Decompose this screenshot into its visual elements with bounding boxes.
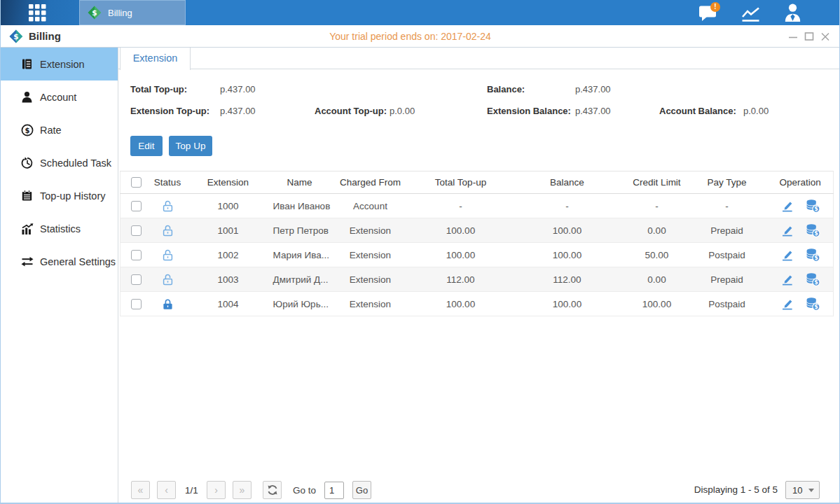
extension-row-1001: 1001Петр ПетровExtension100.00100.000.00… bbox=[121, 218, 834, 243]
pay-type-cell: Postpaid bbox=[687, 243, 768, 267]
edit-extension-icon[interactable] bbox=[780, 223, 794, 237]
sidebar-item-top-up-history[interactable]: Top-up History bbox=[1, 179, 118, 212]
user-account-icon[interactable] bbox=[784, 3, 801, 24]
displaying-info: Displaying 1 - 5 of 5 bbox=[694, 481, 778, 499]
balance-label: Balance: bbox=[487, 85, 525, 94]
sidebar-item-scheduled-task[interactable]: Scheduled Task bbox=[1, 146, 118, 179]
sidebar-item-statistics[interactable]: Statistics bbox=[1, 212, 118, 245]
topup-history-icon bbox=[20, 189, 34, 202]
row-checkbox[interactable] bbox=[131, 201, 142, 211]
sidebar-item-label: Account bbox=[40, 92, 76, 103]
taskbar: $ Billing ! bbox=[0, 0, 840, 25]
edit-button[interactable]: Edit bbox=[130, 136, 163, 156]
notifications-button[interactable]: ! bbox=[698, 4, 717, 22]
taskbar-tab-label: Billing bbox=[108, 8, 132, 18]
extension-balance-label: Extension Balance: bbox=[487, 106, 571, 116]
sidebar: ExtensionAccount$RateScheduled TaskTop-u… bbox=[1, 48, 118, 503]
charged-from-cell: Extension bbox=[326, 292, 415, 316]
charged-from-cell: Extension bbox=[326, 267, 415, 292]
taskbar-tab-billing[interactable]: $ Billing bbox=[79, 0, 186, 25]
total-top-up-cell: 100.00 bbox=[415, 243, 507, 267]
top-up-extension-icon[interactable]: $ bbox=[806, 248, 820, 262]
top-up-extension-icon[interactable]: $ bbox=[806, 297, 820, 311]
last-page-button[interactable]: » bbox=[233, 481, 252, 499]
sidebar-item-label: General Settings bbox=[40, 256, 116, 267]
balance-cell: - bbox=[507, 194, 628, 218]
total-top-up-label: Total Top-up: bbox=[130, 85, 187, 94]
next-page-button[interactable]: › bbox=[207, 481, 226, 499]
sidebar-item-rate[interactable]: $Rate bbox=[1, 113, 118, 146]
account-balance-value: p.0.00 bbox=[743, 106, 769, 116]
sidebar-item-label: Statistics bbox=[40, 223, 81, 234]
row-checkbox[interactable] bbox=[131, 299, 142, 309]
column-header-extension: Extension bbox=[184, 172, 273, 194]
page-number-input[interactable] bbox=[324, 482, 344, 499]
refresh-button[interactable] bbox=[263, 481, 282, 499]
billing-app-window: $ Billing ! $ Billing Your trial period … bbox=[0, 0, 840, 504]
sidebar-item-label: Rate bbox=[40, 125, 62, 136]
name-cell: Юрий Юрь... bbox=[273, 292, 326, 316]
sidebar-item-label: Top-up History bbox=[40, 190, 105, 202]
row-checkbox[interactable] bbox=[131, 274, 142, 285]
maximize-button[interactable] bbox=[804, 31, 814, 41]
credit-limit-cell: 50.00 bbox=[628, 243, 687, 267]
minimize-button[interactable] bbox=[788, 31, 798, 41]
extension-row-1000: 1000Иван ИвановAccount----$ bbox=[121, 194, 834, 218]
tab-extension[interactable]: Extension bbox=[120, 48, 191, 70]
extension-row-1003: 1003Дмитрий Д...Extension112.00112.000.0… bbox=[121, 267, 834, 292]
scheduled-task-icon bbox=[20, 156, 34, 169]
resource-monitor-icon[interactable] bbox=[741, 6, 761, 26]
sidebar-item-extension[interactable]: Extension bbox=[1, 48, 118, 80]
charged-from-cell: Extension bbox=[326, 218, 415, 243]
edit-extension-icon[interactable] bbox=[780, 248, 794, 262]
total-top-up-cell: 100.00 bbox=[415, 292, 507, 316]
sidebar-item-account[interactable]: Account bbox=[1, 80, 118, 113]
total-top-up-cell: 100.00 bbox=[415, 218, 507, 243]
locked-status-icon bbox=[161, 298, 174, 311]
prev-page-button[interactable]: ‹ bbox=[157, 481, 176, 499]
go-button[interactable]: Go bbox=[352, 481, 371, 499]
window-titlebar: $ Billing Your trial period ends on: 201… bbox=[1, 25, 839, 48]
billing-app-icon: $ bbox=[88, 6, 102, 20]
credit-limit-cell: 0.00 bbox=[628, 218, 687, 243]
pay-type-cell: Postpaid bbox=[687, 292, 768, 316]
unlocked-status-icon bbox=[161, 224, 174, 237]
extension-row-1004: 1004Юрий Юрь...Extension100.00100.00100.… bbox=[121, 292, 834, 316]
top-up-extension-icon[interactable]: $ bbox=[806, 223, 820, 237]
app-launcher-grid-icon[interactable] bbox=[28, 4, 46, 22]
charged-from-cell: Extension bbox=[326, 243, 415, 267]
edit-extension-icon[interactable] bbox=[780, 297, 794, 311]
extension-cell: 1001 bbox=[184, 218, 273, 243]
balance-cell: 100.00 bbox=[507, 218, 628, 243]
first-page-button[interactable]: « bbox=[131, 481, 150, 499]
sidebar-item-general-settings[interactable]: General Settings bbox=[1, 245, 118, 278]
top-up-extension-icon[interactable]: $ bbox=[806, 199, 820, 213]
row-checkbox[interactable] bbox=[131, 225, 142, 236]
pay-type-cell: Prepaid bbox=[687, 218, 768, 243]
pagination-bar: « ‹ 1/1 › » Go to Go bbox=[131, 481, 371, 499]
edit-extension-icon[interactable] bbox=[780, 199, 794, 213]
page-size-value: 10 bbox=[792, 485, 802, 496]
main-content: Extension Total Top-up: p.437.00 Balance… bbox=[118, 48, 839, 503]
unlocked-status-icon bbox=[161, 200, 174, 213]
column-header-operation: Operation bbox=[768, 172, 834, 194]
account-balance-label: Account Balance: bbox=[659, 106, 736, 116]
balance-cell: 100.00 bbox=[507, 243, 628, 267]
page-size-select[interactable]: 10 bbox=[785, 481, 820, 499]
pay-type-cell: - bbox=[687, 194, 768, 218]
extensions-table: StatusExtensionNameCharged FromTotal Top… bbox=[120, 171, 834, 316]
credit-limit-cell: - bbox=[628, 194, 687, 218]
extension-top-up-label: Extension Top-up: bbox=[130, 106, 209, 116]
top-up-button[interactable]: Top Up bbox=[169, 136, 212, 156]
name-cell: Дмитрий Д... bbox=[273, 267, 326, 292]
close-button[interactable] bbox=[820, 31, 830, 41]
unlocked-status-icon bbox=[161, 273, 174, 286]
top-up-extension-icon[interactable]: $ bbox=[806, 272, 820, 286]
select-all-checkbox[interactable] bbox=[131, 177, 142, 188]
row-checkbox[interactable] bbox=[131, 250, 142, 260]
name-cell: Иван Иванов bbox=[273, 194, 326, 218]
sidebar-item-label: Scheduled Task bbox=[40, 158, 111, 169]
name-cell: Мария Ива... bbox=[273, 243, 326, 267]
edit-extension-icon[interactable] bbox=[780, 272, 794, 286]
column-header-balance: Balance bbox=[507, 172, 628, 194]
